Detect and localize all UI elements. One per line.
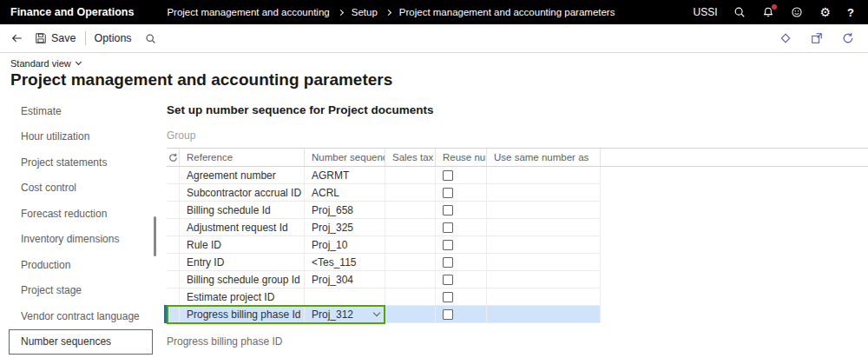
reference-cell[interactable]: Subcontractor accrual ID (180, 184, 305, 201)
number-sequence-cell[interactable]: <Tes_115 (305, 254, 385, 270)
use-same-number-as-cell[interactable] (487, 288, 601, 305)
row-marker-cell[interactable] (167, 236, 180, 253)
reference-cell[interactable]: Agreement number (180, 167, 305, 183)
sales-tax-cell[interactable] (385, 202, 436, 218)
number-sequence-cell[interactable]: AGRMT (305, 167, 385, 183)
row-marker-cell[interactable] (167, 271, 180, 288)
number-sequence-cell[interactable]: Proj_312 (305, 306, 385, 322)
reuse-numbers-checkbox[interactable] (443, 309, 453, 320)
row-marker-cell[interactable] (167, 254, 180, 270)
number-sequence-cell[interactable]: ACRL (305, 184, 385, 201)
table-row[interactable]: Adjustment request IdProj_325 (167, 219, 601, 236)
reuse-numbers-cell[interactable] (436, 288, 487, 305)
number-sequence-cell[interactable]: Proj_10 (305, 236, 385, 253)
reference-cell[interactable]: Adjustment request Id (180, 219, 305, 235)
number-sequence-cell[interactable] (305, 288, 385, 305)
reference-cell[interactable]: Rule ID (180, 236, 305, 253)
sidebar-item-inventory-dimensions[interactable]: Inventory dimensions (0, 227, 156, 253)
use-same-number-as-cell[interactable] (487, 271, 601, 288)
column-header-number-sequence[interactable]: Number sequence ... (305, 149, 385, 166)
sales-tax-cell[interactable] (385, 254, 436, 270)
sales-tax-cell[interactable] (385, 219, 436, 235)
column-header-reuse-numbers[interactable]: Reuse num... (436, 149, 487, 166)
app-title[interactable]: Finance and Operations (0, 6, 146, 18)
refresh-icon[interactable] (842, 32, 854, 44)
dropdown-chevron-icon[interactable] (373, 309, 380, 316)
reuse-numbers-checkbox[interactable] (443, 222, 453, 233)
use-same-number-as-cell[interactable] (487, 236, 601, 253)
row-marker-cell[interactable] (167, 288, 180, 305)
row-marker-cell[interactable] (167, 219, 180, 235)
share-icon[interactable] (779, 32, 792, 44)
open-in-new-window-icon[interactable] (811, 32, 823, 44)
table-row[interactable]: Progress billing phase IdProj_312 (167, 306, 601, 323)
reuse-numbers-checkbox[interactable] (443, 257, 453, 268)
reuse-numbers-cell[interactable] (436, 236, 487, 253)
back-arrow-icon[interactable] (10, 32, 23, 44)
breadcrumb-item[interactable]: Project management and accounting (167, 7, 329, 17)
search-icon[interactable] (733, 6, 746, 18)
row-marker-cell[interactable] (167, 167, 180, 183)
column-header-reference[interactable]: Reference (180, 149, 305, 166)
column-header-sales-tax[interactable]: Sales tax b... (385, 149, 436, 166)
grid-refresh-icon[interactable] (167, 149, 180, 166)
sales-tax-cell[interactable] (385, 306, 436, 322)
sidebar-item-vendor-contract-language[interactable]: Vendor contract language (0, 303, 156, 329)
table-row[interactable]: Agreement numberAGRMT (167, 167, 601, 184)
table-row[interactable]: Billing schedule IdProj_658 (167, 202, 601, 219)
table-row[interactable]: Billing schedule group IdProj_304 (167, 271, 601, 288)
reference-cell[interactable]: Progress billing phase Id (180, 306, 305, 322)
company-picker[interactable]: USSI (693, 6, 717, 18)
sales-tax-cell[interactable] (385, 271, 436, 288)
use-same-number-as-cell[interactable] (487, 184, 601, 201)
use-same-number-as-cell[interactable] (487, 202, 601, 218)
sidebar-item-hour-utilization[interactable]: Hour utilization (0, 124, 156, 150)
reuse-numbers-checkbox[interactable] (443, 205, 453, 215)
reuse-numbers-cell[interactable] (436, 271, 487, 288)
table-row[interactable]: Entry ID<Tes_115 (167, 254, 601, 271)
number-sequence-cell[interactable]: Proj_304 (305, 271, 385, 288)
reuse-numbers-cell[interactable] (436, 306, 487, 322)
sidebar-item-estimate[interactable]: Estimate (0, 98, 156, 124)
use-same-number-as-cell[interactable] (487, 306, 601, 322)
reuse-numbers-cell[interactable] (436, 167, 487, 183)
breadcrumb-item[interactable]: Project management and accounting parame… (399, 7, 615, 17)
sidebar-item-cost-control[interactable]: Cost control (0, 176, 156, 202)
view-selector[interactable]: Standard view (10, 58, 81, 69)
use-same-number-as-cell[interactable] (487, 167, 601, 183)
row-marker-cell[interactable] (167, 202, 180, 218)
table-row[interactable]: Estimate project ID (167, 288, 601, 306)
reuse-numbers-checkbox[interactable] (443, 240, 453, 250)
number-sequence-cell[interactable]: Proj_658 (305, 202, 385, 218)
sidebar-item-project-stage[interactable]: Project stage (0, 278, 156, 304)
sales-tax-cell[interactable] (385, 184, 436, 201)
reuse-numbers-cell[interactable] (436, 219, 487, 235)
sidebar-item-number-sequences[interactable]: Number sequences (9, 329, 153, 355)
action-search-icon[interactable] (145, 33, 156, 44)
table-row[interactable]: Subcontractor accrual IDACRL (167, 184, 601, 202)
options-menu[interactable]: Options (95, 32, 132, 44)
reference-cell[interactable]: Estimate project ID (180, 288, 305, 305)
help-icon[interactable]: ? (847, 7, 854, 18)
reference-cell[interactable]: Entry ID (180, 254, 305, 270)
notifications-bell-icon[interactable] (762, 6, 774, 18)
use-same-number-as-cell[interactable] (487, 219, 601, 235)
use-same-number-as-cell[interactable] (487, 254, 601, 270)
row-marker-cell[interactable] (167, 184, 180, 201)
sidebar-item-project-statements[interactable]: Project statements (0, 149, 156, 176)
reference-cell[interactable]: Billing schedule group Id (180, 271, 305, 288)
reuse-numbers-cell[interactable] (436, 254, 487, 270)
row-marker-cell[interactable] (167, 306, 180, 322)
reuse-numbers-checkbox[interactable] (443, 275, 453, 285)
reuse-numbers-checkbox[interactable] (443, 292, 453, 302)
sales-tax-cell[interactable] (385, 288, 436, 305)
breadcrumb-item[interactable]: Setup (352, 7, 378, 17)
number-sequence-cell[interactable]: Proj_325 (305, 219, 385, 235)
sidebar-item-production[interactable]: Production (0, 252, 156, 278)
table-row[interactable]: Rule IDProj_10 (167, 236, 601, 254)
settings-gear-icon[interactable]: ⚙ (819, 6, 831, 18)
feedback-smiley-icon[interactable] (791, 6, 803, 18)
reference-cell[interactable]: Billing schedule Id (180, 202, 305, 218)
reuse-numbers-cell[interactable] (436, 184, 487, 201)
sidebar-item-forecast-reduction[interactable]: Forecast reduction (0, 201, 156, 227)
